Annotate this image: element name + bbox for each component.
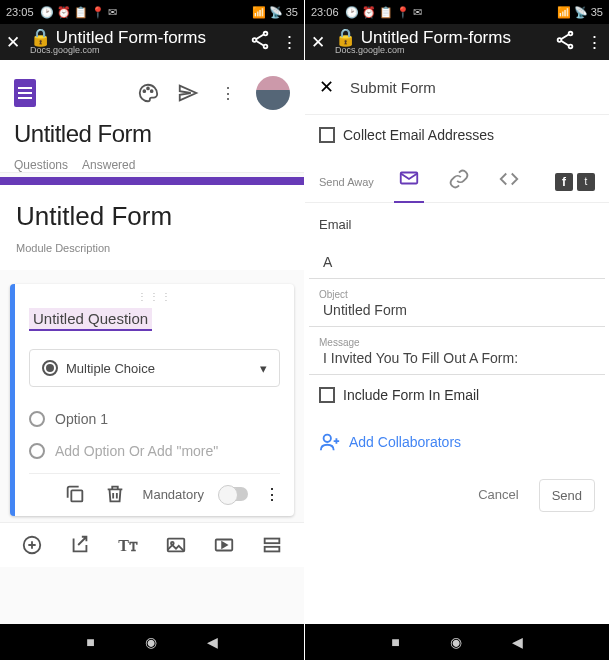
svg-point-14 <box>558 38 562 42</box>
send-away-label: Send Away <box>319 176 374 188</box>
chevron-down-icon: ▾ <box>260 361 267 376</box>
email-section-label: Email <box>305 203 609 236</box>
image-icon[interactable] <box>164 533 188 557</box>
status-time: 23:06 <box>311 6 339 18</box>
browser-url-bar[interactable]: ✕ 🔒 Untitled Form-forms Docs.google.com … <box>0 24 304 60</box>
android-navbar: ■ ◉ ◀ <box>305 624 609 660</box>
send-tab-embed[interactable] <box>494 162 524 202</box>
collect-email-row[interactable]: Collect Email Addresses <box>305 115 609 155</box>
add-question-icon[interactable] <box>20 533 44 557</box>
object-label: Object <box>305 279 609 300</box>
bottom-toolbar: Tᴛ <box>0 522 304 567</box>
close-icon[interactable]: ✕ <box>6 32 20 53</box>
tab-answered[interactable]: Answered <box>82 158 135 172</box>
svg-rect-11 <box>265 539 280 544</box>
email-to-field[interactable]: A <box>309 252 605 279</box>
svg-point-17 <box>324 435 331 442</box>
object-field[interactable]: Untitled Form <box>309 300 605 327</box>
browser-url-bar[interactable]: ✕ 🔒 Untitled Form-forms Docs.google.com … <box>305 24 609 60</box>
svg-point-5 <box>151 90 153 92</box>
svg-point-1 <box>253 38 257 42</box>
import-icon[interactable] <box>68 533 92 557</box>
svg-point-3 <box>143 90 145 92</box>
cancel-button[interactable]: Cancel <box>466 479 530 512</box>
recent-apps-icon[interactable]: ■ <box>86 634 94 650</box>
radio-icon <box>42 360 58 376</box>
duplicate-icon[interactable] <box>63 482 87 506</box>
send-tab-link[interactable] <box>444 162 474 202</box>
recent-apps-icon[interactable]: ■ <box>391 634 399 650</box>
status-bar: 23:06 🕑 ⏰ 📋 📍 ✉ 📶 📡 35 <box>305 0 609 24</box>
send-tab-email[interactable] <box>394 161 424 203</box>
status-time: 23:05 <box>6 6 34 18</box>
close-modal-icon[interactable]: ✕ <box>319 76 334 98</box>
text-icon[interactable]: Tᴛ <box>116 533 140 557</box>
checkbox-icon[interactable] <box>319 127 335 143</box>
share-icon[interactable] <box>249 29 271 56</box>
drag-handle-icon[interactable]: ⋮⋮⋮ <box>29 294 280 300</box>
more-icon[interactable]: ⋮ <box>264 485 280 504</box>
section-icon[interactable] <box>260 533 284 557</box>
message-label: Message <box>305 327 609 348</box>
send-icon[interactable] <box>176 81 200 105</box>
svg-point-0 <box>264 31 268 35</box>
form-card-desc[interactable]: Module Description <box>16 242 288 254</box>
form-card-title[interactable]: Untitled Form <box>16 201 288 232</box>
back-icon[interactable]: ◀ <box>512 634 523 650</box>
question-title-input[interactable]: Untitled Question <box>29 308 152 331</box>
close-icon[interactable]: ✕ <box>311 32 325 53</box>
status-bar: 23:05 🕑 ⏰ 📋 📍 ✉ 📶 📡 35 <box>0 0 304 24</box>
radio-icon <box>29 411 45 427</box>
svg-point-13 <box>569 31 573 35</box>
forms-doc-icon <box>14 79 36 107</box>
add-option[interactable]: Add Option Or Add "more" <box>29 435 280 467</box>
include-form-row[interactable]: Include Form In Email <box>305 375 609 415</box>
back-icon[interactable]: ◀ <box>207 634 218 650</box>
checkbox-icon[interactable] <box>319 387 335 403</box>
message-field[interactable]: I Invited You To Fill Out A Form: <box>309 348 605 375</box>
palette-icon[interactable] <box>136 81 160 105</box>
home-icon[interactable]: ◉ <box>145 634 157 650</box>
question-type-select[interactable]: Multiple Choice ▾ <box>29 349 280 387</box>
video-icon[interactable] <box>212 533 236 557</box>
share-icon[interactable] <box>554 29 576 56</box>
radio-icon <box>29 443 45 459</box>
avatar[interactable] <box>256 76 290 110</box>
home-icon[interactable]: ◉ <box>450 634 462 650</box>
send-button[interactable]: Send <box>539 479 595 512</box>
mandatory-toggle[interactable] <box>220 487 248 501</box>
more-icon[interactable]: ⋮ <box>216 81 240 105</box>
android-navbar: ■ ◉ ◀ <box>0 624 304 660</box>
svg-rect-6 <box>71 490 82 501</box>
send-modal-title: Submit Form <box>350 79 436 96</box>
mandatory-label: Mandatory <box>143 487 204 502</box>
add-collaborators[interactable]: Add Collaborators <box>305 415 609 469</box>
question-card[interactable]: ⋮⋮⋮ Untitled Question Multiple Choice ▾ … <box>10 284 294 516</box>
form-title[interactable]: Untitled Form <box>14 120 290 148</box>
tab-questions[interactable]: Questions <box>14 158 68 172</box>
option-row[interactable]: Option 1 <box>29 403 280 435</box>
twitter-icon[interactable]: t <box>577 173 595 191</box>
svg-rect-12 <box>265 547 280 552</box>
header-accent <box>0 177 304 185</box>
more-icon[interactable]: ⋮ <box>281 32 298 53</box>
svg-point-2 <box>264 44 268 48</box>
delete-icon[interactable] <box>103 482 127 506</box>
facebook-icon[interactable]: f <box>555 173 573 191</box>
svg-point-15 <box>569 44 573 48</box>
more-icon[interactable]: ⋮ <box>586 32 603 53</box>
svg-point-4 <box>147 88 149 90</box>
